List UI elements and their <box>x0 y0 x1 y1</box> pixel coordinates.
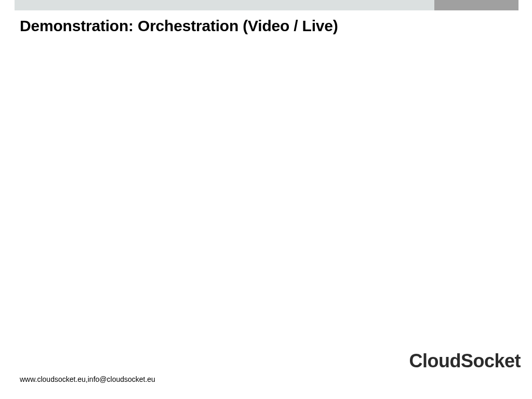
top-bar <box>15 0 518 10</box>
footer-contact-text: www.cloudsocket.eu,info@cloudsocket.eu <box>20 375 155 383</box>
slide-title: Demonstration: Orchestration (Video / Li… <box>20 17 338 35</box>
brand-logo: CloudSocket <box>409 350 521 372</box>
top-bar-right-segment <box>434 0 518 10</box>
top-bar-left-segment <box>15 0 434 10</box>
